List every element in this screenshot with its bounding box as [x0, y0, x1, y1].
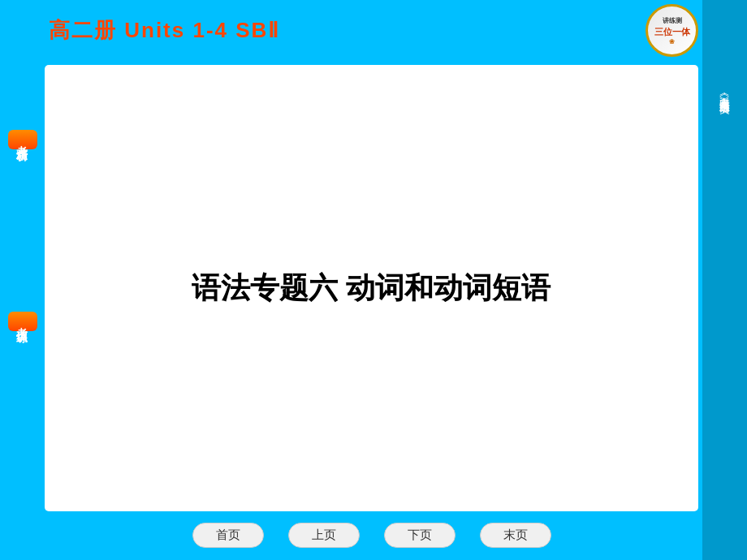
left-sidebar: 考点精析 考点训练	[0, 65, 45, 519]
sidebar-btn2-label: 考点训练	[15, 318, 30, 325]
header: 高二册 Units 1-4 SBⅡ	[0, 0, 747, 61]
right-sidebar: 《走向高考》 高考总复习·英语	[702, 0, 747, 560]
badge-main-text: 三位一体	[654, 26, 690, 38]
right-sidebar-text: 《走向高考》 高考总复习·英语	[716, 89, 733, 95]
badge-deco: ❀	[669, 38, 675, 45]
sidebar-btn1-label: 考点精析	[15, 136, 30, 143]
main-title: 语法专题六 动词和动词短语	[192, 269, 551, 308]
nav-btn-last[interactable]: 末页	[480, 523, 551, 548]
nav-btn-next[interactable]: 下页	[384, 523, 456, 548]
sidebar-btn-kaodian-xunlian[interactable]: 考点训练	[8, 312, 37, 331]
badge-top-text: 讲练测	[663, 16, 682, 25]
main-content-area: 语法专题六 动词和动词短语	[45, 65, 698, 511]
sidebar-btn-kaodian-jingxi[interactable]: 考点精析	[8, 130, 37, 149]
nav-btn-prev[interactable]: 上页	[288, 523, 360, 548]
header-title: 高二册 Units 1-4 SBⅡ	[49, 16, 280, 45]
bottom-nav: 首页 上页 下页 末页	[45, 523, 698, 548]
nav-btn-home[interactable]: 首页	[192, 523, 264, 548]
badge: 讲练测 三位一体 ❀	[646, 4, 698, 57]
